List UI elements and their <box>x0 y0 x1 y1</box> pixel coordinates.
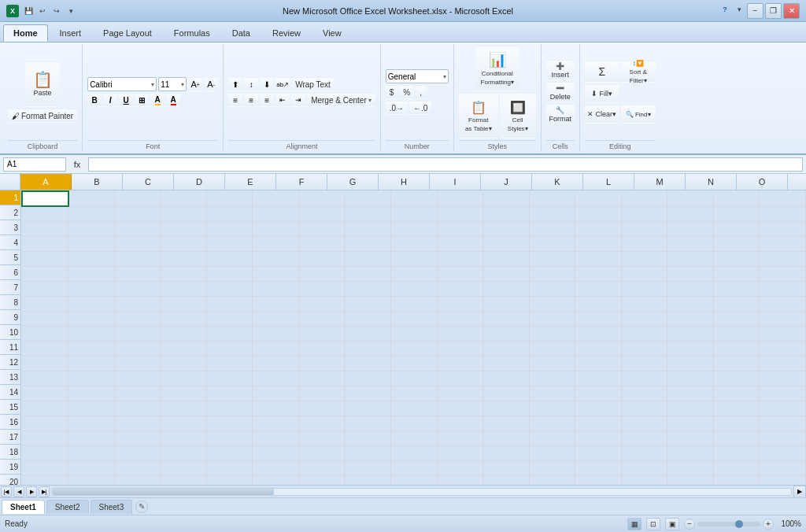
cell-O18[interactable] <box>667 445 714 460</box>
cell-I1[interactable] <box>391 191 438 206</box>
zoom-slider[interactable] <box>697 522 760 526</box>
cell-L10[interactable] <box>529 326 575 341</box>
clear-btn[interactable]: ✕ Clear▾ <box>585 105 619 124</box>
zoom-thumb[interactable] <box>735 520 743 528</box>
cell-I8[interactable] <box>391 296 438 311</box>
cell-Q1[interactable] <box>760 191 806 206</box>
cell-C9[interactable] <box>114 311 161 326</box>
cell-K8[interactable] <box>483 296 530 311</box>
cell-H14[interactable] <box>345 386 391 401</box>
wrap-text-btn[interactable]: Wrap Text <box>291 77 335 91</box>
cell-D12[interactable] <box>161 356 207 371</box>
col-header-O[interactable]: O <box>737 174 788 190</box>
cell-H4[interactable] <box>345 236 391 251</box>
minimize-btn[interactable]: − <box>747 3 763 19</box>
cell-K12[interactable] <box>483 356 530 371</box>
row-number-19[interactable]: 19 <box>0 460 20 475</box>
cell-O1[interactable] <box>667 191 714 206</box>
cell-G14[interactable] <box>298 386 345 401</box>
cell-L11[interactable] <box>529 341 575 356</box>
row-number-20[interactable]: 20 <box>0 475 20 485</box>
save-quick-btn[interactable]: 💾 <box>22 5 35 17</box>
cell-G2[interactable] <box>298 206 345 221</box>
cell-Q5[interactable] <box>760 251 806 266</box>
cell-D5[interactable] <box>161 251 207 266</box>
cell-A12[interactable] <box>22 356 68 371</box>
cell-N11[interactable] <box>621 341 667 356</box>
cell-M18[interactable] <box>575 445 622 460</box>
cell-L6[interactable] <box>529 266 575 281</box>
cell-N9[interactable] <box>621 311 667 326</box>
cell-F4[interactable] <box>253 236 299 251</box>
cell-J7[interactable] <box>437 281 483 296</box>
align-center-btn[interactable]: ≡ <box>244 93 258 107</box>
cell-L19[interactable] <box>529 460 575 475</box>
cell-D4[interactable] <box>161 236 207 251</box>
cell-B12[interactable] <box>68 356 115 371</box>
align-left-btn[interactable]: ≡ <box>228 93 242 107</box>
cell-G15[interactable] <box>298 401 345 416</box>
cell-M12[interactable] <box>575 356 622 371</box>
row-number-6[interactable]: 6 <box>0 265 20 280</box>
cell-H16[interactable] <box>345 416 391 430</box>
cell-H18[interactable] <box>345 445 391 460</box>
cell-I14[interactable] <box>391 386 438 401</box>
cell-D1[interactable] <box>161 191 207 206</box>
cell-N7[interactable] <box>621 281 667 296</box>
cell-N4[interactable] <box>621 236 667 251</box>
cell-A2[interactable] <box>22 206 68 221</box>
cell-O4[interactable] <box>667 236 714 251</box>
cell-P10[interactable] <box>713 326 760 341</box>
cell-C4[interactable] <box>114 236 161 251</box>
cell-styles-btn[interactable]: 🔲 Cell Styles▾ <box>500 93 536 139</box>
increase-decimal-btn[interactable]: .0→ <box>386 101 408 115</box>
cell-G11[interactable] <box>298 341 345 356</box>
cell-M8[interactable] <box>575 296 622 311</box>
cell-O17[interactable] <box>667 430 714 445</box>
col-header-H[interactable]: H <box>379 174 430 190</box>
borders-btn[interactable]: ⊞ <box>135 93 149 107</box>
cell-M4[interactable] <box>575 236 622 251</box>
row-number-5[interactable]: 5 <box>0 250 20 265</box>
font-name-dropdown[interactable]: Calibri ▾ <box>87 77 157 91</box>
cell-N10[interactable] <box>621 326 667 341</box>
col-header-A[interactable]: A <box>20 174 72 190</box>
cell-A7[interactable] <box>22 281 68 296</box>
cell-H5[interactable] <box>345 251 391 266</box>
cell-O20[interactable] <box>667 475 714 485</box>
cell-G20[interactable] <box>298 475 345 485</box>
cell-G10[interactable] <box>298 326 345 341</box>
cell-F15[interactable] <box>253 401 299 416</box>
col-header-M[interactable]: M <box>634 174 686 190</box>
name-box[interactable]: A1 <box>3 157 66 172</box>
cell-J9[interactable] <box>437 311 483 326</box>
cell-N2[interactable] <box>621 206 667 221</box>
increase-font-btn[interactable]: A+ <box>188 77 202 91</box>
cell-M15[interactable] <box>575 401 622 416</box>
cell-J15[interactable] <box>437 401 483 416</box>
cell-C1[interactable] <box>114 191 161 206</box>
row-number-11[interactable]: 11 <box>0 340 20 355</box>
cell-P2[interactable] <box>713 206 760 221</box>
cell-O15[interactable] <box>667 401 714 416</box>
cell-F16[interactable] <box>253 416 299 430</box>
cell-E5[interactable] <box>206 251 253 266</box>
cell-J5[interactable] <box>437 251 483 266</box>
cell-O11[interactable] <box>667 341 714 356</box>
cell-H11[interactable] <box>345 341 391 356</box>
cell-G13[interactable] <box>298 371 345 386</box>
align-right-btn[interactable]: ≡ <box>260 93 274 107</box>
col-header-E[interactable]: E <box>225 174 276 190</box>
cell-B14[interactable] <box>68 386 115 401</box>
cell-Q12[interactable] <box>760 356 806 371</box>
cell-O2[interactable] <box>667 206 714 221</box>
font-size-dropdown[interactable]: 11 ▾ <box>158 77 187 91</box>
cell-B20[interactable] <box>68 475 115 485</box>
cell-Q9[interactable] <box>760 311 806 326</box>
cell-N8[interactable] <box>621 296 667 311</box>
cell-L8[interactable] <box>529 296 575 311</box>
cell-J16[interactable] <box>437 416 483 430</box>
cell-P9[interactable] <box>713 311 760 326</box>
cell-L20[interactable] <box>529 475 575 485</box>
cell-K16[interactable] <box>483 416 530 430</box>
